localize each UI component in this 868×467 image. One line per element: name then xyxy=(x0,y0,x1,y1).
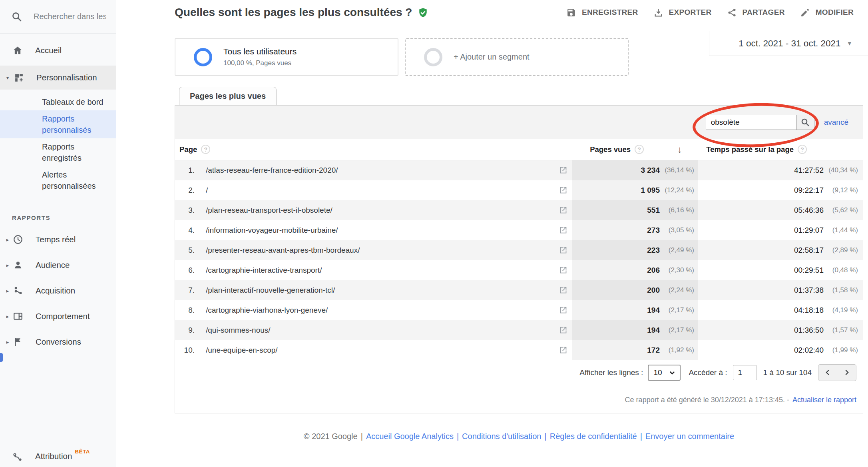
open-in-new-icon[interactable] xyxy=(559,166,567,174)
row-views: 3 234 xyxy=(641,166,660,175)
refresh-report-link[interactable]: Actualiser le rapport xyxy=(792,396,856,404)
share-button[interactable]: PARTAGER xyxy=(727,8,785,18)
row-time: 02:58:17 xyxy=(794,246,824,255)
search-icon[interactable] xyxy=(11,11,22,22)
chevron-right-icon xyxy=(843,369,850,376)
segment-all-users[interactable]: Tous les utilisateurs 100,00 %, Pages vu… xyxy=(175,38,398,76)
open-in-new-icon[interactable] xyxy=(559,306,567,314)
clock-icon xyxy=(12,234,24,245)
sidebar-item-conversions[interactable]: ▸ Conversions xyxy=(0,329,116,355)
open-in-new-icon[interactable] xyxy=(559,286,567,294)
sidebar-item-audience[interactable]: ▸ Audience xyxy=(0,252,116,278)
column-header-page[interactable]: Page xyxy=(179,145,197,154)
table-row: 7./plan-interactif-nouvelle-generation-t… xyxy=(175,280,863,300)
advanced-search-link[interactable]: avancé xyxy=(824,118,848,127)
search-input[interactable] xyxy=(33,12,107,22)
table-search-button[interactable] xyxy=(797,115,814,130)
row-views-pct: (2,17 %) xyxy=(660,306,694,314)
row-time: 02:02:40 xyxy=(794,346,824,355)
open-in-new-icon[interactable] xyxy=(559,246,567,254)
row-views: 194 xyxy=(647,326,660,335)
sidebar-item-temps-reel[interactable]: ▸ Temps réel xyxy=(0,227,116,252)
sidebar-item-tableaux-de-bord[interactable]: Tableaux de bord xyxy=(0,94,116,110)
edit-button-label: MODIFIER xyxy=(816,8,854,17)
row-views-pct: (3,05 %) xyxy=(660,226,694,234)
sidebar-item-label: Accueil xyxy=(35,46,62,55)
sidebar-item-alertes-personnalisees[interactable]: Alertes personnalisées xyxy=(0,166,116,194)
sidebar-item-attribution[interactable]: Attribution BÊTA xyxy=(0,446,116,467)
row-time-pct: (5,62 %) xyxy=(824,206,858,214)
sidebar-search[interactable] xyxy=(0,0,116,34)
open-in-new-icon[interactable] xyxy=(559,186,567,194)
row-views: 206 xyxy=(647,266,660,275)
site-footer: © 2021 Google|Accueil Google Analytics|C… xyxy=(175,432,863,441)
help-icon[interactable]: ? xyxy=(798,145,807,154)
segment-section: Tous les utilisateurs 100,00 %, Pages vu… xyxy=(175,25,863,86)
download-icon xyxy=(653,8,663,18)
footer-link-accueil[interactable]: Accueil Google Analytics xyxy=(366,432,454,441)
date-range-selector[interactable]: 1 oct. 2021 - 31 oct. 2021 ▾ xyxy=(709,31,868,56)
row-time: 09:22:17 xyxy=(794,186,824,195)
export-button[interactable]: EXPORTER xyxy=(653,8,712,18)
save-button[interactable]: ENREGISTRER xyxy=(566,8,638,18)
row-rank: 4. xyxy=(175,226,195,235)
sidebar-item-accueil[interactable]: Accueil xyxy=(0,41,116,60)
goto-page-label: Accéder à : xyxy=(689,368,727,377)
table-search-input[interactable] xyxy=(706,115,797,130)
sidebar-item-personnalisation[interactable]: ▾ Personnalisation xyxy=(0,66,116,90)
attribution-icon xyxy=(12,452,23,462)
next-page-button[interactable] xyxy=(837,365,856,381)
rows-per-page-label: Afficher les lignes : xyxy=(579,368,643,377)
table-header: Page ? Pages vues ? ↓ Temps passé sur la… xyxy=(175,139,863,160)
date-range-value: 1 oct. 2021 - 31 oct. 2021 xyxy=(739,38,840,49)
row-views: 194 xyxy=(647,306,660,315)
open-in-new-icon[interactable] xyxy=(559,266,567,274)
column-header-pages-vues[interactable]: Pages vues xyxy=(590,145,631,154)
scrollbar-thumb[interactable] xyxy=(0,353,3,362)
footer-link-confidentialite[interactable]: Règles de confidentialité xyxy=(550,432,637,441)
sort-desc-icon[interactable]: ↓ xyxy=(677,144,682,155)
help-icon[interactable]: ? xyxy=(201,145,210,154)
open-in-new-icon[interactable] xyxy=(559,206,567,214)
table-row: 4./information-voyageur-mobilite-urbaine… xyxy=(175,220,863,240)
pagination-bar: Afficher les lignes : 10 Accéder à : 1 à… xyxy=(175,360,863,385)
report-generated-text: Ce rapport a été généré le 30/12/2021 à … xyxy=(625,396,789,404)
row-time-pct: (1,44 %) xyxy=(824,226,858,234)
add-segment-button[interactable]: + Ajouter un segment xyxy=(405,38,629,76)
report-table-card: avancé Page ? Pages vues ? ↓ Temps passé… xyxy=(175,105,863,413)
row-rank: 1. xyxy=(175,166,195,175)
rows-per-page-value: 10 xyxy=(653,368,662,377)
row-time-pct: (9,12 %) xyxy=(824,186,858,194)
sidebar-item-label: Attribution xyxy=(35,450,72,462)
row-rank: 2. xyxy=(175,186,195,195)
header-actions: ENREGISTRER EXPORTER PARTAGER xyxy=(566,8,854,18)
sidebar-item-rapports-enregistres[interactable]: Rapports enregistrés xyxy=(0,138,116,166)
row-views: 223 xyxy=(647,246,660,255)
row-time: 05:46:36 xyxy=(794,206,824,215)
edit-button[interactable]: MODIFIER xyxy=(800,8,854,18)
open-in-new-icon[interactable] xyxy=(559,226,567,234)
help-icon[interactable]: ? xyxy=(635,145,644,154)
sidebar-item-acquisition[interactable]: ▸ Acquisition xyxy=(0,278,116,303)
home-icon xyxy=(12,45,23,56)
footer-link-conditions[interactable]: Conditions d'utilisation xyxy=(462,432,541,441)
footer-link-commentaire[interactable]: Envoyer un commentaire xyxy=(645,432,734,441)
tab-pages-les-plus-vues[interactable]: Pages les plus vues xyxy=(179,87,277,105)
sidebar-item-label: Comportement xyxy=(36,311,90,321)
column-header-temps-passe[interactable]: Temps passé sur la page xyxy=(706,145,794,154)
previous-page-button[interactable] xyxy=(818,365,837,381)
share-icon xyxy=(727,8,737,18)
open-in-new-icon[interactable] xyxy=(559,346,567,354)
pager-buttons xyxy=(818,364,856,381)
verified-shield-icon xyxy=(418,7,428,18)
row-rank: 10. xyxy=(175,346,195,355)
sidebar-item-comportement[interactable]: ▸ Comportement xyxy=(0,303,116,329)
sidebar-item-rapports-personnalises[interactable]: Rapports personnalisés xyxy=(0,110,116,138)
share-button-label: PARTAGER xyxy=(743,8,785,17)
goto-page-input[interactable] xyxy=(733,365,757,380)
rows-per-page-select[interactable]: 10 xyxy=(648,365,681,381)
chevron-left-icon xyxy=(824,369,831,376)
chevron-down-icon xyxy=(669,369,676,376)
open-in-new-icon[interactable] xyxy=(559,326,567,334)
sidebar-item-label: Temps réel xyxy=(36,235,76,244)
